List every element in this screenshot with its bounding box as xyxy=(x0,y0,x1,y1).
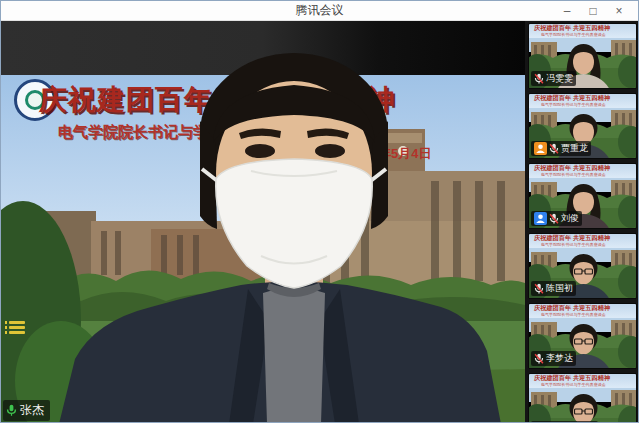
thumbnail-banner: 庆祝建团百年 共迎五四精神 电气学院院长书记与学生代表座谈会 xyxy=(529,234,636,248)
participant-name-tag: 陈国初 xyxy=(531,281,576,296)
participant-name: 贾重龙 xyxy=(561,142,588,155)
participant-video-thumbnail[interactable]: 庆祝建团百年 共迎五四精神 电气学院院长书记与学生代表座谈会 贾重龙 xyxy=(528,93,637,159)
window-title: 腾讯会议 xyxy=(296,2,344,19)
thumbnail-banner-title: 庆祝建团百年 共迎五四精神 xyxy=(534,24,597,31)
participant-name-tag: 刘俊 xyxy=(531,211,582,226)
thumbnail-campus-scene xyxy=(529,388,637,423)
thumbnail-banner: 庆祝建团百年 共迎五四精神 电气学院院长书记与学生代表座谈会 xyxy=(529,374,636,388)
thumbnail-banner-subtitle: 电气学院院长书记与学生代表座谈会 xyxy=(541,383,584,387)
participant-video-thumbnail[interactable]: 庆祝建团百年 共迎五四精神 电气学院院长书记与学生代表座谈会 李梦达 xyxy=(528,303,637,369)
participant-name-tag: 李梦达 xyxy=(531,351,576,366)
thumbnail-banner-subtitle: 电气学院院长书记与学生代表座谈会 xyxy=(541,33,584,37)
titlebar: 腾讯会议 – □ × xyxy=(1,1,638,21)
thumbnail-banner-subtitle: 电气学院院长书记与学生代表座谈会 xyxy=(541,313,584,317)
mic-muted-icon xyxy=(534,73,544,85)
maximize-button[interactable]: □ xyxy=(580,1,606,21)
minimize-button[interactable]: – xyxy=(554,1,580,21)
thumbnail-banner: 庆祝建团百年 共迎五四精神 电气学院院长书记与学生代表座谈会 xyxy=(529,304,636,318)
participants-sidebar: 庆祝建团百年 共迎五四精神 电气学院院长书记与学生代表座谈会 冯雯雯 xyxy=(525,21,639,423)
participant-name: 李梦达 xyxy=(546,352,573,365)
speaker-person xyxy=(1,21,525,423)
thumbnail-banner-subtitle: 电气学院院长书记与学生代表座谈会 xyxy=(541,173,584,177)
participant-name: 冯雯雯 xyxy=(546,72,573,85)
thumbnail-banner: 庆祝建团百年 共迎五四精神 电气学院院长书记与学生代表座谈会 xyxy=(529,24,636,38)
mic-on-icon xyxy=(6,404,17,417)
thumbnail-banner-title: 庆祝建团百年 共迎五四精神 xyxy=(534,164,597,171)
participant-name: 刘俊 xyxy=(561,212,579,225)
mic-muted-icon xyxy=(549,143,559,155)
thumbnail-banner-title: 庆祝建团百年 共迎五四精神 xyxy=(534,374,597,381)
meeting-window: 腾讯会议 – □ × xyxy=(0,0,639,423)
participant-video-thumbnail[interactable]: 庆祝建团百年 共迎五四精神 电气学院院长书记与学生代表座谈会 陈国初 xyxy=(528,233,637,299)
participant-name-tag: 贾重龙 xyxy=(531,141,591,156)
thumbnail-banner: 庆祝建团百年 共迎五四精神 电气学院院长书记与学生代表座谈会 xyxy=(529,94,636,108)
participant-video-thumbnail[interactable]: 庆祝建团百年 共迎五四精神 电气学院院长书记与学生代表座谈会 冯肖亮 xyxy=(528,373,637,423)
speaker-name-tag: 张杰 xyxy=(3,400,50,421)
main-speaker-video: 庆祝建团百年 共迎五四精神 电气学院院长书记与学 2022年5月4日 xyxy=(1,21,525,423)
thumbnail-banner: 庆祝建团百年 共迎五四精神 电气学院院长书记与学生代表座谈会 xyxy=(529,164,636,178)
close-button[interactable]: × xyxy=(606,1,632,21)
window-controls: – □ × xyxy=(554,1,632,21)
list-watermark-icon xyxy=(9,319,25,337)
participant-name-tag: 冯雯雯 xyxy=(531,71,576,86)
role-badge-icon xyxy=(534,142,547,155)
mic-muted-icon xyxy=(534,283,544,295)
meeting-content: 庆祝建团百年 共迎五四精神 电气学院院长书记与学 2022年5月4日 xyxy=(1,21,639,423)
thumbnail-banner-title: 庆祝建团百年 共迎五四精神 xyxy=(534,304,597,311)
mic-muted-icon xyxy=(534,353,544,365)
role-badge-icon xyxy=(534,212,547,225)
participant-name: 陈国初 xyxy=(546,282,573,295)
participant-video-thumbnail[interactable]: 庆祝建团百年 共迎五四精神 电气学院院长书记与学生代表座谈会 冯雯雯 xyxy=(528,23,637,89)
thumbnail-banner-subtitle: 电气学院院长书记与学生代表座谈会 xyxy=(541,103,584,107)
thumbnail-banner-title: 庆祝建团百年 共迎五四精神 xyxy=(534,234,597,241)
mic-muted-icon xyxy=(549,213,559,225)
thumbnail-banner-subtitle: 电气学院院长书记与学生代表座谈会 xyxy=(541,243,584,247)
participant-video-thumbnail[interactable]: 庆祝建团百年 共迎五四精神 电气学院院长书记与学生代表座谈会 刘俊 xyxy=(528,163,637,229)
thumbnail-banner-title: 庆祝建团百年 共迎五四精神 xyxy=(534,94,597,101)
speaker-name: 张杰 xyxy=(20,402,44,419)
